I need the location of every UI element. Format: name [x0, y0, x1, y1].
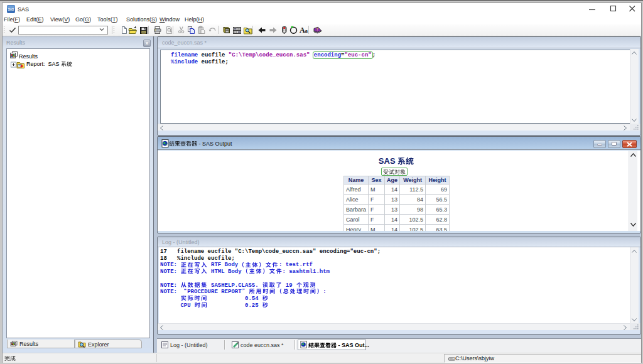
svg-text:a: a — [305, 28, 308, 34]
svg-text:SAS: SAS — [8, 8, 14, 11]
